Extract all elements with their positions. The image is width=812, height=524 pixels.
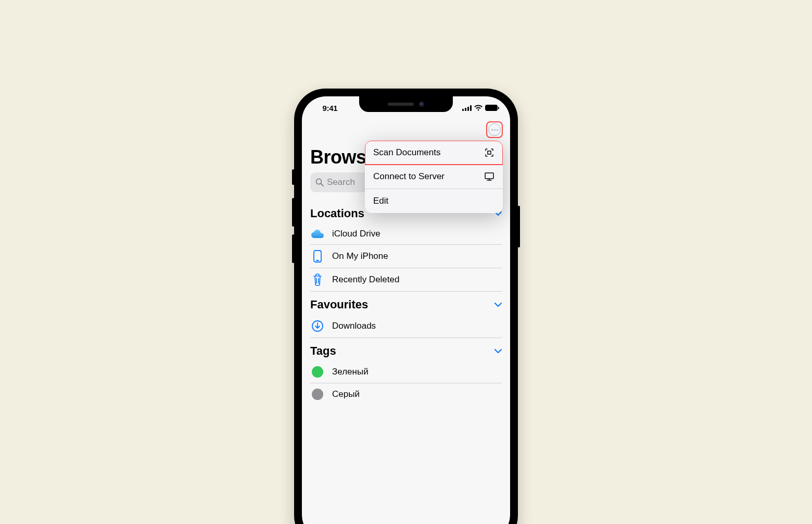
front-camera — [419, 102, 424, 107]
notch — [359, 96, 453, 112]
svg-rect-1 — [465, 108, 466, 111]
status-time: 9:41 — [314, 104, 346, 113]
search-icon — [315, 178, 324, 186]
cloud-icon — [310, 229, 325, 239]
list-item-label: Downloads — [332, 321, 376, 331]
svg-rect-10 — [485, 173, 493, 179]
phone-icon — [310, 250, 325, 263]
svg-rect-9 — [488, 151, 491, 154]
context-menu: Scan Documents Connect to Server Edit — [365, 141, 503, 213]
trash-icon — [310, 273, 325, 286]
ellipsis-circle-icon — [488, 123, 501, 136]
content-area: Locations iCloud Drive On My iPhone — [302, 201, 510, 524]
list-item-label: Recently Deleted — [332, 275, 399, 285]
wifi-icon — [474, 105, 483, 111]
tags-title: Tags — [310, 344, 336, 358]
list-item-label: Серый — [332, 389, 360, 400]
svg-line-5 — [321, 184, 324, 186]
svg-rect-3 — [470, 105, 472, 111]
menu-item-label: Scan Documents — [373, 147, 440, 158]
favourite-item-downloads[interactable]: Downloads — [310, 315, 502, 338]
favourites-header[interactable]: Favourites — [310, 292, 502, 315]
tags-header[interactable]: Tags — [310, 338, 502, 361]
monitor-icon — [484, 172, 494, 181]
volume-down-button — [292, 234, 295, 263]
locations-title: Locations — [310, 207, 364, 220]
volume-up-button — [292, 198, 295, 227]
scan-icon — [484, 148, 494, 157]
more-button[interactable] — [486, 121, 503, 138]
list-item-label: Зеленый — [332, 367, 369, 377]
menu-item-connect-to-server[interactable]: Connect to Server — [365, 165, 503, 189]
download-icon — [310, 320, 325, 332]
power-button — [517, 206, 520, 247]
menu-item-label: Edit — [373, 196, 388, 206]
tag-color-dot — [312, 366, 323, 378]
tag-color-dot — [312, 389, 323, 400]
location-item-on-my-iphone[interactable]: On My iPhone — [310, 245, 502, 268]
phone-screen: 9:41 Browse Search — [302, 96, 510, 524]
tag-item-green[interactable]: Зеленый — [310, 361, 502, 383]
list-item-label: iCloud Drive — [332, 229, 380, 239]
chevron-down-icon — [494, 300, 502, 309]
search-placeholder: Search — [327, 177, 355, 188]
chevron-down-icon — [494, 346, 502, 356]
menu-item-label: Connect to Server — [373, 171, 445, 182]
list-item-label: On My iPhone — [332, 251, 388, 261]
location-item-icloud[interactable]: iCloud Drive — [310, 223, 502, 245]
tag-item-grey[interactable]: Серый — [310, 383, 502, 405]
svg-rect-0 — [462, 109, 464, 111]
phone-frame: 9:41 Browse Search — [294, 89, 518, 524]
mute-switch — [292, 169, 295, 185]
menu-item-scan-documents[interactable]: Scan Documents — [365, 141, 503, 165]
favourites-title: Favourites — [310, 298, 368, 311]
svg-rect-2 — [467, 107, 469, 111]
speaker-grille — [388, 103, 414, 106]
location-item-recently-deleted[interactable]: Recently Deleted — [310, 268, 502, 292]
cellular-signal-icon — [462, 105, 472, 111]
battery-icon — [485, 105, 498, 111]
menu-item-edit[interactable]: Edit — [365, 189, 503, 213]
